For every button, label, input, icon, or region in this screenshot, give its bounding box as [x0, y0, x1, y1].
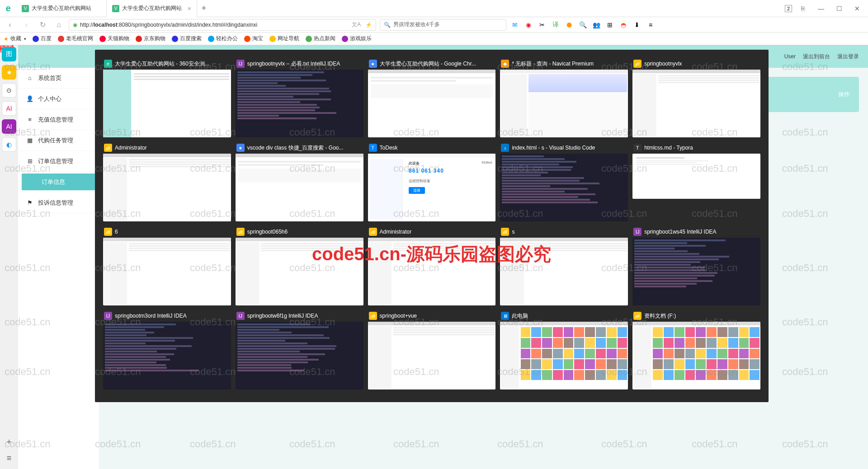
task-item[interactable]: IJspringboot1ws45 IntelliJ IDEA — [632, 226, 760, 305]
task-item[interactable]: 📁springboot+vue — [368, 310, 496, 389]
task-title: 📁6 — [103, 226, 231, 238]
bookmark-taobao[interactable]: 淘宝 — [244, 35, 263, 42]
bookmark-office[interactable]: 轻松办公 — [208, 35, 238, 42]
window-thumbnail[interactable] — [632, 322, 760, 389]
task-item[interactable]: 📁6 — [103, 226, 231, 305]
task-item[interactable]: ◆* 无标题 - 查询 - Navicat Premium — [500, 58, 628, 137]
window-thumbnail[interactable] — [632, 70, 760, 137]
weibo-icon[interactable]: ◉ — [524, 20, 533, 30]
window-thumbnail[interactable] — [632, 238, 760, 305]
sidebar-item[interactable]: ⚑投诉信息管理 — [18, 192, 99, 213]
action-button[interactable]: 操作 — [838, 90, 850, 98]
window-thumbnail[interactable] — [236, 238, 363, 305]
task-item[interactable]: IJspringbootm3ord IntelliJ IDEA — [103, 310, 231, 389]
window-thumbnail[interactable] — [103, 322, 231, 389]
tab-1[interactable]: V 大学生爱心互助代购网站 — [16, 0, 107, 17]
translate-icon[interactable]: 译 — [551, 20, 561, 30]
window-thumbnail[interactable] — [103, 154, 231, 221]
favorites-label[interactable]: ★收藏▾ — [4, 35, 26, 42]
add-icon[interactable]: + — [3, 436, 15, 448]
task-item[interactable]: 📁springbootnyvlx — [632, 58, 760, 137]
window-thumbnail[interactable] — [236, 322, 363, 389]
bookmark-baidusearch[interactable]: 百度搜索 — [172, 35, 202, 42]
window-thumbnail[interactable] — [236, 154, 363, 221]
close-icon[interactable]: × — [188, 5, 191, 12]
dock-app-4[interactable]: AI — [2, 101, 16, 116]
bookmark-jd[interactable]: 京东购物 — [136, 35, 165, 42]
dock-app-5[interactable]: AI — [2, 119, 16, 134]
zoom-icon[interactable]: 🔍 — [578, 20, 588, 30]
task-item[interactable]: 📁s — [500, 226, 628, 305]
task-item[interactable]: 📁springboot065h6 — [236, 226, 363, 305]
to-front-link[interactable]: 退出到前台 — [803, 53, 830, 61]
task-item[interactable]: ●vscode div class 快捷_百度搜索 - Goo... — [236, 142, 363, 221]
dock-app-3[interactable]: ⊙ — [2, 83, 16, 98]
task-title: ◆* 无标题 - 查询 - Navicat Premium — [500, 58, 628, 70]
mail-icon[interactable]: ✉ — [510, 20, 520, 30]
sidebar-item[interactable]: ⊞订单信息管理 — [18, 151, 99, 172]
bookmark-tmall[interactable]: 天猫购物 — [99, 35, 129, 42]
list-icon[interactable]: ≡ — [3, 452, 15, 464]
task-item[interactable]: ⬨index.html - s - Visual Studio Code — [500, 142, 628, 221]
task-item[interactable]: IJspringbootnyvlx – 必看.txt IntelliJ IDEA — [236, 58, 363, 137]
flash-icon[interactable]: ⚡ — [365, 22, 372, 28]
people-icon[interactable]: 👥 — [591, 20, 601, 30]
close-window-icon[interactable]: ✕ — [850, 1, 864, 16]
bookmark-laomaotao[interactable]: 老毛桃官网 — [58, 35, 93, 42]
url-input[interactable]: ◉ http://localhost:8080/springbootnyvlx/… — [69, 19, 376, 31]
dock-app-1[interactable]: 图 — [2, 47, 16, 61]
task-item[interactable]: TToDesk此设备861 061 340远程控制设备03dtest连接 — [368, 142, 496, 221]
task-item[interactable]: 🖥此电脑 — [500, 310, 628, 389]
window-thumbnail[interactable] — [368, 322, 496, 389]
window-thumbnail[interactable] — [236, 70, 363, 137]
window-thumbnail[interactable] — [500, 322, 628, 389]
shield-icon[interactable]: ⬣ — [564, 20, 574, 30]
window-thumbnail[interactable]: 此设备861 061 340远程控制设备03dtest连接 — [368, 154, 496, 221]
new-tab-button[interactable]: + — [197, 0, 211, 17]
bookmark-games[interactable]: 游戏娱乐 — [342, 35, 372, 42]
download-icon[interactable]: ⬇ — [632, 20, 642, 30]
logout-link[interactable]: 退出登录 — [837, 53, 859, 61]
window-thumbnail[interactable] — [500, 238, 628, 305]
dock-app-6[interactable]: ◐ — [2, 137, 16, 152]
forward-icon[interactable]: › — [20, 19, 33, 31]
bookmark-nav[interactable]: 网址导航 — [269, 35, 299, 42]
maximize-icon[interactable]: ☐ — [832, 1, 846, 16]
menu-icon[interactable]: ≡ — [646, 20, 656, 30]
task-item[interactable]: Thtmlcss.md - Typora — [632, 142, 760, 221]
home-icon[interactable]: ⌂ — [52, 19, 65, 31]
task-item[interactable]: e大学生爱心互助代购网站 - 360安全浏... — [103, 58, 231, 137]
translate-icon[interactable]: 文A — [352, 21, 361, 28]
sidebar-item[interactable]: ▦代购任务管理 — [18, 130, 99, 151]
window-thumbnail[interactable] — [368, 70, 496, 137]
sidebar-item[interactable]: ⌂系统首页 — [18, 68, 99, 89]
task-item[interactable]: 📁资料文档 (F:) — [632, 310, 760, 389]
scissors-icon[interactable]: ✂ — [537, 20, 547, 30]
task-item[interactable]: IJspringbootw6f1g IntelliJ IDEA — [236, 310, 363, 389]
window-thumbnail[interactable] — [500, 154, 628, 221]
other-window-icon[interactable]: ⎘ — [796, 1, 810, 16]
task-item[interactable]: ●大学生爱心互助代购网站 - Google Chr... — [368, 58, 496, 137]
window-thumbnail[interactable] — [103, 70, 231, 137]
ext-icon[interactable]: ◓ — [618, 20, 628, 30]
task-item[interactable]: 📁Administrator — [103, 142, 231, 221]
bookmark-news[interactable]: 热点新闻 — [306, 35, 335, 42]
sidebar-item[interactable]: 订单信息 — [22, 174, 95, 191]
dock-app-2[interactable]: ★ — [2, 65, 16, 80]
bookmark-baidu[interactable]: 百度 — [33, 35, 52, 42]
user-label[interactable]: User — [784, 53, 796, 60]
refresh-icon[interactable]: ↻ — [36, 19, 49, 31]
search-box[interactable]: 🔍 男孩理发被收4千多 — [380, 19, 506, 31]
window-count[interactable]: 2 — [785, 5, 792, 12]
window-thumbnail[interactable] — [500, 70, 628, 137]
sidebar-item[interactable]: ≡充值信息管理 — [18, 109, 99, 130]
window-thumbnail[interactable] — [368, 238, 496, 305]
sidebar-item[interactable]: 👤个人中心 — [18, 89, 99, 109]
tab-2[interactable]: V 大学生爱心互助代购网站 × — [107, 0, 197, 17]
minimize-icon[interactable]: — — [814, 1, 828, 16]
window-thumbnail[interactable] — [103, 238, 231, 305]
task-item[interactable]: 📁Administrator — [368, 226, 496, 305]
grid-icon[interactable]: ⊞ — [605, 20, 615, 30]
window-thumbnail[interactable] — [632, 154, 760, 199]
back-icon[interactable]: ‹ — [4, 19, 16, 31]
